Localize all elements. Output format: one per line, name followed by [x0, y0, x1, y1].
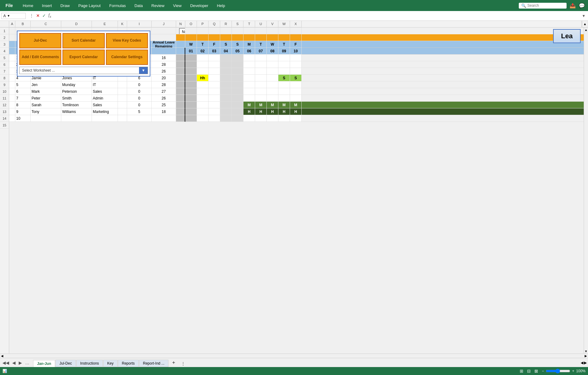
cell-c12[interactable]: Sarah [31, 102, 61, 108]
cell-n11[interactable] [176, 95, 185, 102]
cell-a13[interactable] [9, 108, 15, 115]
cell-q2[interactable] [209, 34, 220, 41]
cell-p9[interactable] [197, 81, 209, 88]
cell-q14[interactable] [209, 115, 220, 122]
cell-v10[interactable] [267, 88, 278, 95]
cell-i12[interactable]: 0 [127, 102, 152, 108]
cell-k9[interactable] [118, 81, 127, 88]
cell-w6[interactable] [278, 61, 290, 68]
cell-x11[interactable] [290, 95, 302, 102]
cell-w3[interactable]: T [278, 41, 290, 48]
cell-o13[interactable] [185, 108, 197, 115]
cell-s1[interactable] [232, 28, 243, 34]
cell-x3[interactable]: F [290, 41, 302, 48]
cell-a1[interactable] [9, 28, 15, 34]
zoom-slider[interactable] [546, 369, 570, 373]
cell-r13[interactable] [220, 108, 232, 115]
cell-x10[interactable] [290, 88, 302, 95]
cell-r11[interactable] [220, 95, 232, 102]
cell-b12[interactable]: 8 [15, 102, 31, 108]
cell-s12[interactable] [232, 102, 243, 108]
cancel-formula-icon[interactable]: ✕ [36, 13, 40, 18]
cell-a6[interactable] [9, 61, 15, 68]
tab-help[interactable]: Help [213, 0, 229, 11]
cell-a2[interactable] [9, 34, 15, 41]
cell-q1[interactable] [209, 28, 220, 34]
cell-e10[interactable]: Sales [92, 88, 118, 95]
cell-u6[interactable] [255, 61, 267, 68]
cell-i14[interactable] [127, 115, 152, 122]
cell-s8[interactable] [232, 75, 243, 81]
cell-i10[interactable]: 0 [127, 88, 152, 95]
cell-p1[interactable] [197, 28, 209, 34]
sort-calendar-button[interactable]: Sort Calendar [62, 33, 104, 48]
tab-view[interactable]: View [169, 0, 186, 11]
cell-u13[interactable]: H [255, 108, 267, 115]
cell-t8[interactable] [243, 75, 255, 81]
tab-insert[interactable]: Insert [38, 0, 56, 11]
cell-n5[interactable] [176, 54, 185, 61]
sheet-tab-key[interactable]: Key [103, 360, 118, 367]
cell-r4[interactable]: 04 [220, 48, 232, 54]
cell-r8[interactable] [220, 75, 232, 81]
cell-s4[interactable]: 05 [232, 48, 243, 54]
cell-x4[interactable]: 10 [290, 48, 302, 54]
cell-n7[interactable] [176, 68, 185, 75]
tab-home[interactable]: Home [18, 0, 38, 11]
cell-p2[interactable] [197, 34, 209, 41]
cell-b14[interactable]: 10 [15, 115, 31, 122]
cell-e11[interactable]: Admin [92, 95, 118, 102]
cell-j14[interactable] [152, 115, 176, 122]
sheet-tab-report-ind[interactable]: Report-Ind ... [139, 360, 168, 367]
cell-x5[interactable] [290, 54, 302, 61]
cell-t1[interactable] [243, 28, 255, 34]
cell-w12[interactable]: M [278, 102, 290, 108]
cell-n12[interactable] [176, 102, 185, 108]
cell-q5[interactable] [209, 54, 220, 61]
cell-t9[interactable] [243, 81, 255, 88]
cell-r7[interactable] [220, 68, 232, 75]
tab-developer[interactable]: Developer [186, 0, 213, 11]
zoom-out-icon[interactable]: − [542, 369, 544, 373]
search-box[interactable]: 🔍 [519, 3, 567, 9]
cell-t4[interactable]: 06 [243, 48, 255, 54]
cell-q8[interactable] [209, 75, 220, 81]
name-box-arrow[interactable]: ▼ [7, 14, 10, 17]
cell-c14[interactable] [31, 115, 61, 122]
sheet-scroll-left-icon[interactable]: ◀ [581, 361, 583, 365]
cell-w4[interactable]: 09 [278, 48, 290, 54]
cell-o10[interactable] [185, 88, 197, 95]
cell-u7[interactable] [255, 68, 267, 75]
cell-n2[interactable] [176, 34, 185, 41]
cell-b10[interactable]: 6 [15, 88, 31, 95]
cell-v2[interactable] [267, 34, 278, 41]
cell-j7[interactable]: 26 [152, 68, 176, 75]
cell-i13[interactable]: 5 [127, 108, 152, 115]
cell-u3[interactable]: T [255, 41, 267, 48]
cell-v13[interactable]: H [267, 108, 278, 115]
cell-n10[interactable] [176, 88, 185, 95]
scroll-right-arrow[interactable]: ▶ [584, 354, 588, 358]
cell-x6[interactable] [290, 61, 302, 68]
cell-u5[interactable] [255, 54, 267, 61]
cell-o6[interactable] [185, 61, 197, 68]
cell-t3[interactable]: M [243, 41, 255, 48]
cell-t10[interactable] [243, 88, 255, 95]
cell-k13[interactable] [118, 108, 127, 115]
cell-q7[interactable] [209, 68, 220, 75]
cell-a12[interactable] [9, 102, 15, 108]
cell-o14[interactable] [185, 115, 197, 122]
cell-r5[interactable] [220, 54, 232, 61]
cell-d12[interactable]: Tomlinson [61, 102, 92, 108]
tab-draw[interactable]: Draw [56, 0, 74, 11]
cell-s11[interactable] [232, 95, 243, 102]
cell-u4[interactable]: 07 [255, 48, 267, 54]
page-layout-icon[interactable]: ⊟ [527, 369, 531, 373]
cell-w2[interactable] [278, 34, 290, 41]
cell-p5[interactable] [197, 54, 209, 61]
cell-i9[interactable]: 0 [127, 81, 152, 88]
cell-q12[interactable] [209, 102, 220, 108]
cell-q3[interactable]: F [209, 41, 220, 48]
cell-o11[interactable] [185, 95, 197, 102]
cell-o12[interactable] [185, 102, 197, 108]
